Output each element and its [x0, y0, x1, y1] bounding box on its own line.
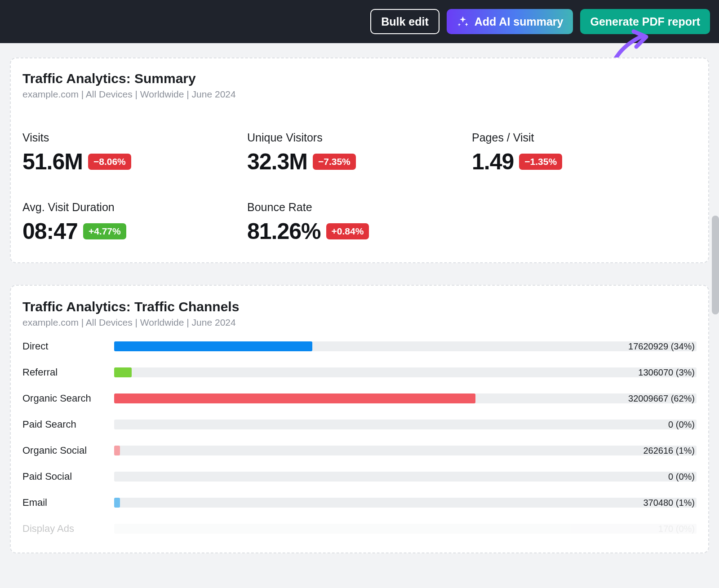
- metric-value: 51.6M: [22, 149, 83, 175]
- sparkle-icon: [457, 15, 469, 28]
- metric-pages-per-visit: Pages / Visit 1.49 −1.35%: [472, 131, 697, 175]
- channel-row: Paid Social0 (0%): [22, 471, 697, 482]
- metric-visits: Visits 51.6M −8.06%: [22, 131, 247, 175]
- channel-name: Paid Social: [22, 471, 112, 482]
- metric-delta-badge: −8.06%: [88, 154, 131, 169]
- channel-value: 262616 (1%): [643, 446, 695, 456]
- metric-value: 08:47: [22, 218, 78, 244]
- add-ai-summary-label: Add AI summary: [475, 15, 564, 28]
- channel-row: Organic Search32009667 (62%): [22, 393, 697, 404]
- metric-bounce-rate: Bounce Rate 81.26% +0.84%: [247, 201, 472, 244]
- channel-bar: 170 (0%): [114, 524, 697, 534]
- metric-delta-badge: −1.35%: [519, 154, 562, 169]
- channel-row: Paid Search0 (0%): [22, 419, 697, 430]
- metric-label: Visits: [22, 131, 247, 144]
- summary-title: Traffic Analytics: Summary: [22, 71, 697, 86]
- summary-subtitle: example.com | All Devices | Worldwide | …: [22, 89, 697, 100]
- add-ai-summary-button[interactable]: Add AI summary: [447, 9, 573, 34]
- channel-bar: 0 (0%): [114, 472, 697, 482]
- metric-delta-badge: +0.84%: [326, 223, 369, 239]
- channel-value: 17620929 (34%): [628, 341, 695, 352]
- page-content: Traffic Analytics: Summary example.com |…: [0, 43, 719, 553]
- channels-card: Traffic Analytics: Traffic Channels exam…: [10, 285, 709, 553]
- channel-row: Direct17620929 (34%): [22, 340, 697, 352]
- channel-bar: 262616 (1%): [114, 446, 697, 455]
- generate-pdf-button[interactable]: Generate PDF report: [580, 9, 710, 34]
- channel-value: 0 (0%): [668, 420, 695, 430]
- metric-delta-badge: −7.35%: [313, 154, 356, 169]
- channel-bar-fill: [114, 341, 312, 351]
- summary-card: Traffic Analytics: Summary example.com |…: [10, 57, 709, 263]
- metric-value: 1.49: [472, 149, 514, 175]
- channel-name: Display Ads: [22, 523, 112, 535]
- channel-bar: 0 (0%): [114, 420, 697, 429]
- channel-bar: 17620929 (34%): [114, 341, 697, 351]
- metric-label: Unique Visitors: [247, 131, 472, 144]
- channel-bar-fill: [114, 498, 120, 508]
- channel-name: Direct: [22, 340, 112, 352]
- channel-value: 170 (0%): [658, 524, 695, 534]
- channel-bar-fill: [114, 367, 132, 377]
- metric-label: Pages / Visit: [472, 131, 697, 144]
- metric-value: 81.26%: [247, 218, 321, 244]
- channel-name: Organic Search: [22, 393, 112, 404]
- channels-title: Traffic Analytics: Traffic Channels: [22, 299, 697, 314]
- channel-name: Email: [22, 497, 112, 508]
- channel-name: Referral: [22, 367, 112, 378]
- channel-row: Email370480 (1%): [22, 497, 697, 508]
- metric-delta-badge: +4.77%: [83, 223, 126, 239]
- channel-value: 0 (0%): [668, 472, 695, 482]
- bulk-edit-button[interactable]: Bulk edit: [370, 9, 439, 34]
- channel-row: Referral1306070 (3%): [22, 367, 697, 378]
- summary-metrics: Visits 51.6M −8.06% Unique Visitors 32.3…: [22, 131, 697, 244]
- channel-bar-fill: [114, 446, 120, 455]
- channels-subtitle: example.com | All Devices | Worldwide | …: [22, 317, 697, 328]
- channel-bar-fill: [114, 393, 475, 403]
- metric-label: Bounce Rate: [247, 201, 472, 214]
- channel-value: 32009667 (62%): [628, 393, 695, 404]
- channel-row: Organic Social262616 (1%): [22, 445, 697, 456]
- channel-bar: 32009667 (62%): [114, 393, 697, 403]
- channel-bar: 1306070 (3%): [114, 367, 697, 377]
- channel-name: Organic Social: [22, 445, 112, 456]
- metric-value: 32.3M: [247, 149, 307, 175]
- topbar: Bulk edit Add AI summary Generate PDF re…: [0, 0, 719, 43]
- channel-row: Display Ads170 (0%): [22, 523, 697, 535]
- channels-list: Direct17620929 (34%)Referral1306070 (3%)…: [22, 340, 697, 535]
- channel-value: 370480 (1%): [643, 498, 695, 508]
- channel-value: 1306070 (3%): [638, 367, 695, 378]
- metric-label: Avg. Visit Duration: [22, 201, 247, 214]
- metric-unique-visitors: Unique Visitors 32.3M −7.35%: [247, 131, 472, 175]
- channel-name: Paid Search: [22, 419, 112, 430]
- channel-bar: 370480 (1%): [114, 498, 697, 508]
- metric-avg-visit-duration: Avg. Visit Duration 08:47 +4.77%: [22, 201, 247, 244]
- scrollbar-thumb[interactable]: [712, 216, 719, 314]
